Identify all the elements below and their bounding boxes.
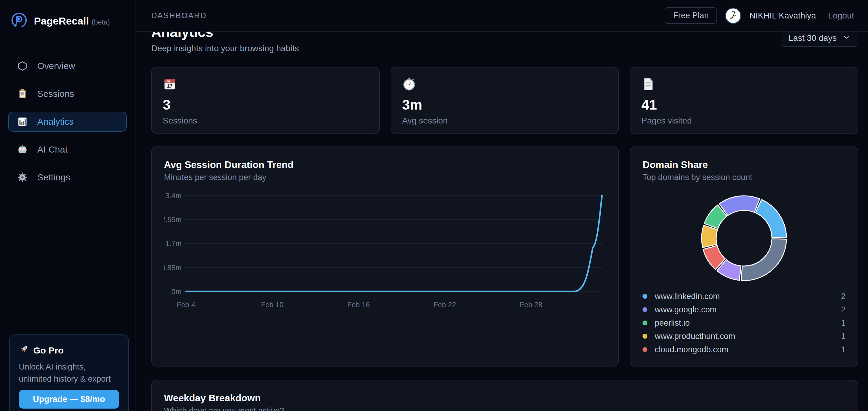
brand: PageRecall(beta) <box>0 0 135 42</box>
legend-item: peerlist.io 1 <box>643 316 845 330</box>
donut-chart <box>699 193 789 283</box>
promo-title: Go Pro <box>33 345 64 355</box>
legend-dot <box>643 294 647 299</box>
promo-description: Unlock AI insights, unlimited history & … <box>19 361 119 385</box>
stat-value: 41 <box>641 97 847 113</box>
topbar: DASHBOARD Free Plan NIKHIL Kavathiya Log… <box>136 0 868 32</box>
chart-subtitle: Minutes per session per day <box>164 173 606 182</box>
svg-text:1.7m: 1.7m <box>165 239 182 247</box>
legend-item: www.google.com 2 <box>643 303 845 316</box>
go-pro-card: Go Pro Unlock AI insights, unlimited his… <box>9 335 129 411</box>
legend-item: www.linkedin.com 2 <box>643 289 845 303</box>
pagerecall-logo-icon <box>10 11 28 30</box>
legend-dot <box>643 307 647 312</box>
stats-row: JUL 17 3 Sessions <box>151 67 858 134</box>
svg-text:0m: 0m <box>172 287 182 296</box>
logout-link[interactable]: Logout <box>828 11 854 21</box>
stat-card-avg-session: 3m Avg session <box>391 67 619 134</box>
date-range-value: Last 30 days <box>788 33 837 43</box>
sidebar-item-sessions[interactable]: Sessions <box>8 84 127 104</box>
svg-text:0.85m: 0.85m <box>164 264 182 272</box>
domain-legend: www.linkedin.com 2 www.google.com 2 peer… <box>643 289 845 356</box>
sidebar-item-settings[interactable]: Settings <box>8 167 127 187</box>
sidebar-item-analytics[interactable]: Analytics <box>8 112 127 132</box>
legend-dot <box>643 347 647 352</box>
main-content: Analytics Deep insights into your browsi… <box>136 32 868 411</box>
chart-title: Domain Share <box>643 159 845 170</box>
sidebar-nav: Overview Sessions <box>0 42 135 187</box>
avatar[interactable] <box>725 7 741 24</box>
clipboard-icon <box>17 88 28 100</box>
stat-label: Sessions <box>163 116 368 126</box>
stat-card-sessions: JUL 17 3 Sessions <box>151 67 380 134</box>
legend-dot <box>643 320 647 326</box>
breadcrumb: DASHBOARD <box>151 11 207 20</box>
page-subtitle: Deep insights into your browsing habits <box>151 43 858 54</box>
upgrade-button[interactable]: Upgrade — $8/mo <box>19 390 119 409</box>
hexagon-icon <box>17 60 28 72</box>
svg-text:Feb 10: Feb 10 <box>261 301 283 309</box>
bar-chart-icon <box>17 116 28 128</box>
svg-text:Feb 28: Feb 28 <box>520 301 542 309</box>
date-range-select[interactable]: Last 30 days <box>781 32 858 47</box>
sidebar-item-ai-chat[interactable]: AI Chat <box>8 139 127 160</box>
weekday-breakdown-card: Weekday Breakdown Which days are you mos… <box>151 380 858 411</box>
stat-value: 3 <box>163 97 368 113</box>
scroll-area[interactable]: Analytics Deep insights into your browsi… <box>136 32 868 411</box>
brand-name: PageRecall <box>34 15 89 27</box>
sidebar-item-overview[interactable]: Overview <box>8 56 127 76</box>
legend-item: cloud.mongodb.com 1 <box>643 343 845 356</box>
beta-tag: (beta) <box>92 18 110 26</box>
avg-session-duration-card: Avg Session Duration Trend Minutes per s… <box>151 146 619 367</box>
line-chart: 3.4m2.55m1.7m0.85m0mFeb 4Feb 10Feb 16Feb… <box>164 186 606 316</box>
stat-label: Pages visited <box>641 116 847 126</box>
robot-icon <box>17 144 28 155</box>
stat-value: 3m <box>402 97 608 113</box>
sidebar-item-label: Sessions <box>37 89 74 99</box>
chevron-down-icon <box>842 33 850 43</box>
sidebar: PageRecall(beta) Overview <box>0 0 135 411</box>
svg-text:2.55m: 2.55m <box>164 215 182 224</box>
sidebar-item-label: Overview <box>37 61 75 71</box>
sidebar-item-label: Analytics <box>37 116 74 127</box>
sidebar-item-label: AI Chat <box>37 144 68 155</box>
page-icon <box>641 87 655 92</box>
page-title: Analytics <box>151 32 858 41</box>
svg-text:Feb 4: Feb 4 <box>177 301 195 309</box>
legend-item: www.producthunt.com 1 <box>643 330 845 343</box>
section-title: Weekday Breakdown <box>164 392 845 404</box>
domain-share-card: Domain Share Top domains by session coun… <box>630 146 858 367</box>
stopwatch-icon <box>402 87 416 92</box>
plan-badge: Free Plan <box>664 7 717 24</box>
gear-icon <box>17 172 28 183</box>
stat-label: Avg session <box>402 116 608 126</box>
section-subtitle: Which days are you most active? <box>164 406 845 411</box>
svg-text:Feb 22: Feb 22 <box>433 301 456 309</box>
legend-dot <box>643 334 647 339</box>
app-window: PageRecall(beta) Overview <box>0 0 868 411</box>
svg-text:Feb 16: Feb 16 <box>347 301 370 309</box>
svg-text:17: 17 <box>167 83 173 89</box>
rocket-icon <box>19 344 29 356</box>
calendar-icon: JUL 17 <box>163 87 177 92</box>
stat-card-pages-visited: 41 Pages visited <box>630 67 858 134</box>
chart-subtitle: Top domains by session count <box>643 173 845 182</box>
chart-title: Avg Session Duration Trend <box>164 159 606 170</box>
sidebar-item-label: Settings <box>37 172 70 182</box>
svg-text:3.4m: 3.4m <box>165 192 182 200</box>
user-name: NIKHIL Kavathiya <box>749 11 816 21</box>
